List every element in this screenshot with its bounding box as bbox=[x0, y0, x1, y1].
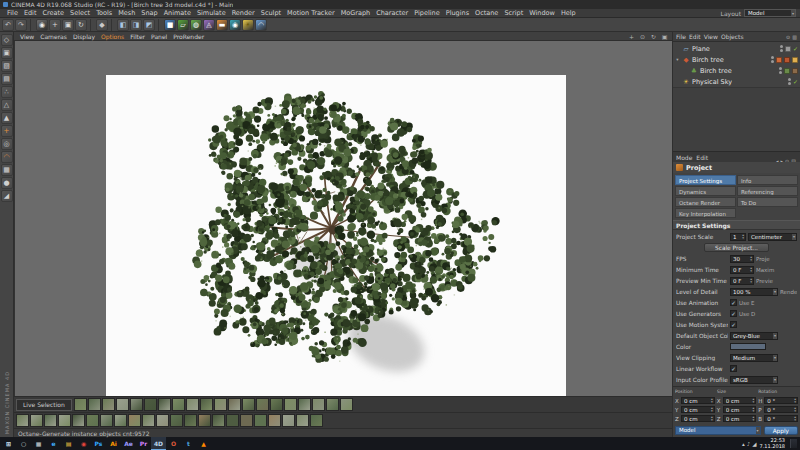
viewport[interactable] bbox=[14, 41, 672, 396]
material-thumbnail[interactable] bbox=[130, 398, 143, 411]
material-thumbnail[interactable] bbox=[156, 414, 169, 427]
generators-icon[interactable]: ◬ bbox=[203, 19, 215, 31]
material-thumbnail[interactable] bbox=[44, 414, 57, 427]
attr-value-field[interactable]: 1▴▾ bbox=[730, 233, 746, 241]
search-button[interactable]: ○ bbox=[16, 437, 31, 450]
spin-down-icon[interactable]: ▾ bbox=[753, 410, 755, 413]
spin-down-icon[interactable]: ▾ bbox=[753, 419, 755, 422]
viewport-solo-icon[interactable]: ● bbox=[1, 177, 13, 189]
material-thumbnail[interactable] bbox=[186, 398, 199, 411]
material-thumbnail[interactable] bbox=[200, 398, 213, 411]
editor-visibility-dot[interactable] bbox=[779, 67, 782, 70]
object-tag-icon[interactable] bbox=[776, 57, 782, 63]
attr-value-field[interactable]: 30▴▾ bbox=[730, 255, 754, 263]
telegram-icon[interactable]: t bbox=[181, 437, 196, 450]
attr-tab-project-settings[interactable]: Project Settings bbox=[675, 175, 736, 185]
titlebar[interactable]: CINEMA 4D R19.068 Studio (RC - R19) - [B… bbox=[0, 0, 800, 9]
material-thumbnail[interactable] bbox=[270, 398, 283, 411]
viewport-menu-options[interactable]: Options bbox=[98, 33, 127, 40]
menu-octane[interactable]: Octane bbox=[472, 9, 501, 17]
spinner-icon[interactable]: ▴▾ bbox=[793, 416, 796, 422]
render-view-icon[interactable]: ◧ bbox=[117, 19, 129, 31]
menu-create[interactable]: Create bbox=[39, 9, 67, 17]
menu-mesh[interactable]: Mesh bbox=[115, 9, 138, 17]
object-tag-icon[interactable] bbox=[785, 46, 791, 52]
attr-tab-info[interactable]: Info bbox=[737, 175, 798, 185]
illustrator-icon[interactable]: Ai bbox=[106, 437, 121, 450]
camera-icon[interactable]: ◉ bbox=[229, 19, 241, 31]
viewport-menu-panel[interactable]: Panel bbox=[148, 33, 170, 40]
attr-tab-to-do[interactable]: To Do bbox=[737, 197, 798, 207]
enabled-check-icon[interactable]: ✓ bbox=[793, 45, 798, 52]
texture-mode-icon[interactable]: ▨ bbox=[1, 60, 13, 72]
coord-value-field[interactable]: 0 cm▴▾ bbox=[723, 397, 757, 404]
menu-mograph[interactable]: MoGraph bbox=[338, 9, 374, 17]
material-thumbnail[interactable] bbox=[58, 414, 71, 427]
edges-mode-icon[interactable]: △ bbox=[1, 99, 13, 111]
color-swatch[interactable] bbox=[730, 343, 766, 350]
viewport-menu-filter[interactable]: Filter bbox=[127, 33, 148, 40]
spin-down-icon[interactable]: ▾ bbox=[794, 401, 796, 404]
spinner-icon[interactable]: ▴▾ bbox=[752, 416, 755, 422]
menu-sculpt[interactable]: Sculpt bbox=[258, 9, 284, 17]
mode-menu[interactable]: Mode bbox=[676, 154, 692, 161]
material-thumbnail[interactable] bbox=[114, 414, 127, 427]
object-tag-icon[interactable] bbox=[792, 68, 798, 74]
om-filter-icon[interactable]: ▥ bbox=[792, 34, 797, 40]
points-mode-icon[interactable]: ∴ bbox=[1, 86, 13, 98]
coord-value-field[interactable]: 0 °▴▾ bbox=[764, 406, 798, 413]
viewport-menu-prorender[interactable]: ProRender bbox=[170, 33, 207, 40]
object-tag-icon[interactable] bbox=[784, 68, 790, 74]
polygons-mode-icon[interactable]: ▲ bbox=[1, 112, 13, 124]
menu-snap[interactable]: Snap bbox=[138, 9, 160, 17]
material-thumbnail[interactable] bbox=[226, 414, 239, 427]
material-thumbnail[interactable] bbox=[242, 398, 255, 411]
chrome-icon[interactable]: ◉ bbox=[76, 437, 91, 450]
material-thumbnail[interactable] bbox=[172, 398, 185, 411]
material-thumbnail[interactable] bbox=[144, 398, 157, 411]
material-thumbnail[interactable] bbox=[102, 398, 115, 411]
edge-icon[interactable]: e bbox=[46, 437, 61, 450]
menu-help[interactable]: Help bbox=[558, 9, 579, 17]
object-row-birch-tree-2[interactable]: ♣Birch tree bbox=[673, 65, 800, 76]
enabled-check-icon[interactable]: ✓ bbox=[793, 78, 798, 85]
cinema4d-icon[interactable]: 4D bbox=[151, 437, 166, 450]
spinner-icon[interactable]: ▴▾ bbox=[752, 407, 755, 413]
object-row-physical-sky-3[interactable]: ☀Physical Sky✓ bbox=[673, 76, 800, 87]
coordinate-system-icon[interactable]: ◆ bbox=[96, 19, 108, 31]
menu-character[interactable]: Character bbox=[373, 9, 411, 17]
enable-axis-icon[interactable]: + bbox=[1, 125, 13, 137]
tray-expand-icon[interactable]: ▴ bbox=[742, 441, 745, 447]
premiere-icon[interactable]: Pr bbox=[136, 437, 151, 450]
coord-value-field[interactable]: 0 cm▴▾ bbox=[723, 406, 757, 413]
action-center-button[interactable] bbox=[790, 439, 797, 448]
spin-down-icon[interactable]: ▾ bbox=[794, 410, 796, 413]
coord-value-field[interactable]: 0 °▴▾ bbox=[764, 397, 798, 404]
visibility-dots-icon[interactable] bbox=[780, 45, 783, 52]
material-thumbnail[interactable] bbox=[212, 414, 225, 427]
render-visibility-dot[interactable] bbox=[779, 71, 782, 74]
coord-value-field[interactable]: 0 °▴▾ bbox=[764, 415, 798, 422]
menu-animate[interactable]: Animate bbox=[161, 9, 194, 17]
menu-select[interactable]: Select bbox=[67, 9, 93, 17]
object-tag-icon[interactable] bbox=[792, 57, 798, 63]
layout-select[interactable]: Model ▾ bbox=[744, 9, 796, 17]
level-of-detail-select[interactable]: 100 %▾ bbox=[730, 288, 778, 296]
spinner-icon[interactable]: ▴▾ bbox=[749, 278, 752, 284]
use-animation-checkbox[interactable]: ✓ bbox=[730, 299, 737, 306]
om-menu-edit[interactable]: Edit bbox=[689, 33, 701, 40]
rotate-icon[interactable]: ↻ bbox=[75, 19, 87, 31]
live-selection-button[interactable]: Live Selection bbox=[16, 399, 72, 411]
render-visibility-dot[interactable] bbox=[771, 60, 774, 63]
linear-workflow-checkbox[interactable]: ✓ bbox=[730, 365, 737, 372]
object-tag-icon[interactable] bbox=[784, 57, 790, 63]
menu-simulate[interactable]: Simulate bbox=[194, 9, 229, 17]
spinner-icon[interactable]: ▴▾ bbox=[749, 256, 752, 262]
material-thumbnail[interactable] bbox=[142, 414, 155, 427]
spin-down-icon[interactable]: ▾ bbox=[711, 401, 713, 404]
material-thumbnail[interactable] bbox=[214, 398, 227, 411]
measure-icon[interactable]: ◢ bbox=[1, 190, 13, 202]
attr-tab-key-interpolation[interactable]: Key Interpolation bbox=[675, 208, 736, 218]
coordinate-mode-select[interactable]: Model ▾ bbox=[675, 426, 761, 435]
material-thumbnail[interactable] bbox=[128, 414, 141, 427]
